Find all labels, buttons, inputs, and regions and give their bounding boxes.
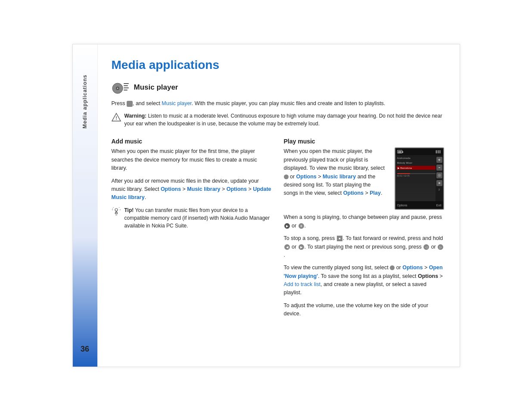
music-player-icon [112, 80, 130, 95]
play-btn-icon: ▶ [284, 223, 290, 229]
tip-label: Tip! [124, 207, 134, 213]
svg-line-17 [113, 207, 114, 208]
music-player-link: Music player [162, 100, 191, 106]
options-link-2: Options [227, 186, 247, 192]
svg-rect-20 [438, 159, 439, 160]
play-link: Play [370, 190, 381, 196]
rew-btn-icon: ◀ [284, 244, 290, 250]
svg-rect-25 [439, 182, 440, 184]
phone-signal: ▌▌▌ [436, 150, 442, 153]
left-column: Add music When you open the music player… [112, 132, 272, 322]
svg-rect-4 [124, 85, 128, 86]
phone-icon-play [436, 172, 442, 178]
svg-rect-22 [439, 167, 440, 168]
sidebar: Media applications 36 [73, 44, 98, 367]
fwd-btn-icon: ▶ [299, 244, 304, 250]
options-label-add: Options [418, 273, 438, 279]
tip-body: You can transfer music files from your d… [124, 207, 270, 229]
options-link-now: Options [401, 265, 423, 271]
add-track-link: Add to track list [284, 281, 320, 287]
phone-progress-bg [397, 173, 442, 174]
phone-icon-vol-down [436, 165, 442, 171]
intro-text: Press , and select Music player. With th… [112, 100, 444, 108]
play-music-para4: To view the currently played song list, … [284, 264, 444, 297]
svg-text:!: ! [115, 115, 117, 121]
phone-status-bar: ▌▌▌ [395, 148, 443, 155]
phone-sidebar-icons: 2 [436, 155, 443, 201]
options-link-1: Options [161, 186, 181, 192]
section-title: Music player [134, 83, 178, 92]
svg-rect-3 [124, 83, 129, 84]
phone-screen: ▌▌▌ Andromeda Melody Mixer ▶ Barcelona [395, 148, 443, 209]
phone-options-btn: Options [397, 204, 408, 207]
svg-rect-5 [124, 87, 129, 88]
tip-box: Tip! You can transfer music files from y… [112, 206, 272, 230]
page-outer: Media applications 36 Media applications [0, 0, 532, 411]
tip-icon [112, 207, 121, 216]
music-library-link: Music library [187, 186, 220, 192]
play-music-para2: When a song is playing, to change betwee… [284, 213, 444, 230]
play-music-title: Play music [284, 138, 444, 145]
page-title: Media applications [112, 58, 444, 72]
options-link-play2: Options [343, 190, 364, 196]
next-btn-icon: ▷ [438, 244, 443, 250]
svg-point-2 [117, 88, 118, 89]
svg-marker-21 [439, 159, 440, 161]
sidebar-label: Media applications [82, 75, 88, 128]
page-inner: Media applications 36 Media applications [72, 44, 460, 367]
options-link-play: Options [296, 174, 317, 180]
svg-line-19 [112, 208, 113, 209]
play-music-para1: When you open the music player, the prev… [284, 147, 386, 197]
play-music-text-area: When you open the music player, the prev… [284, 147, 386, 202]
phone-icon-stop [436, 180, 442, 186]
svg-line-18 [119, 207, 119, 208]
warning-text: Warning: Listen to music at a moderate l… [124, 112, 444, 128]
phone-icon-num: 2 [438, 188, 440, 191]
pause-btn-icon: ⏸ [299, 223, 304, 229]
phone-icon-vol-up [436, 157, 442, 163]
play-music-para5: To adjust the volume, use the volume key… [284, 302, 444, 318]
add-music-para1: When you open the music player for the f… [112, 147, 272, 172]
prev-btn-icon: ◁ [423, 244, 429, 250]
phone-battery-fill [398, 151, 401, 153]
tip-text: Tip! You can transfer music files from y… [124, 206, 272, 230]
phone-time: 00:02 / 02:05 [397, 174, 442, 177]
play-music-para3: To stop a song, press ■. To fast forward… [284, 234, 444, 259]
phone-bottom-bar: Options Exit [395, 201, 443, 209]
two-col-layout: Add music When you open the music player… [112, 132, 444, 322]
svg-rect-6 [124, 90, 128, 90]
section-header: Music player [112, 80, 444, 95]
main-content: Media applications Music player [98, 44, 460, 367]
phone-content-area: Andromeda Melody Mixer ▶ Barcelona 00:02… [395, 155, 443, 201]
add-music-para2: After you add or remove music files in t… [112, 177, 272, 202]
warning-icon: ! [112, 112, 121, 122]
stop-btn-icon: ■ [337, 236, 342, 241]
page-number: 36 [81, 345, 89, 354]
add-music-title: Add music [112, 138, 272, 145]
music-library-link-play: Music library [323, 174, 356, 180]
warning-box: ! Warning: Listen to music at a moderate… [112, 112, 444, 128]
svg-point-9 [115, 209, 118, 211]
phone-battery-icon [397, 150, 402, 153]
warning-label: Warning: [124, 113, 147, 119]
right-column: Play music When you open the music playe… [284, 132, 444, 322]
phone-progress-fill [397, 173, 411, 174]
warning-body: Listen to music at a moderate level. Con… [124, 113, 442, 127]
phone-exit-btn: Exit [436, 204, 442, 207]
svg-marker-24 [439, 175, 440, 176]
phone-screenshot: ▌▌▌ Andromeda Melody Mixer ▶ Barcelona [395, 147, 444, 210]
